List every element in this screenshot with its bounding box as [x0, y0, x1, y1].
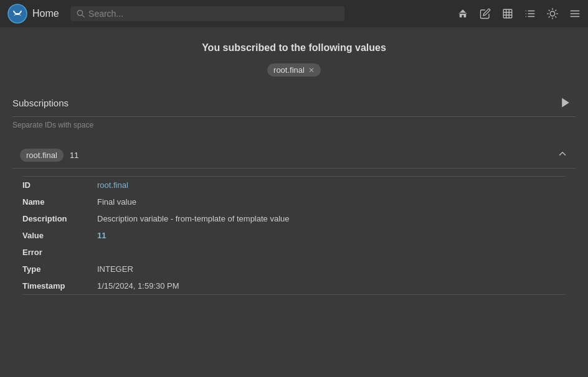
search-input[interactable]	[88, 9, 338, 19]
subscriptions-input-row: Subscriptions	[12, 94, 576, 117]
label-value: Value	[22, 231, 97, 240]
detail-row-value: Value 11	[22, 227, 566, 244]
value-value: 11	[97, 231, 106, 240]
svg-line-2	[82, 15, 83, 17]
value-description: Description variable - from-template of …	[97, 214, 290, 223]
value-timestamp: 1/15/2024, 1:59:30 PM	[97, 281, 179, 291]
remove-tag-button[interactable]: ✕	[308, 67, 315, 74]
send-button[interactable]	[556, 94, 576, 111]
svg-line-18	[556, 10, 556, 11]
detail-row-description: Description Description variable - from-…	[22, 210, 566, 227]
svg-line-14	[556, 17, 556, 17]
sub-tag-label: root.final	[26, 151, 57, 160]
sub-count: 11	[70, 151, 78, 160]
label-timestamp: Timestamp	[22, 281, 97, 291]
send-icon	[559, 96, 572, 109]
logo-container: Home	[7, 4, 59, 24]
label-error: Error	[22, 248, 97, 257]
collapse-icon[interactable]	[557, 148, 568, 162]
list-icon[interactable]	[524, 8, 536, 19]
svg-line-13	[549, 10, 549, 11]
search-container	[70, 6, 344, 21]
subscriptions-input[interactable]	[284, 98, 556, 108]
subscribed-tag-label: root.final	[273, 65, 305, 75]
subscription-item-header[interactable]: root.final 11	[12, 142, 576, 168]
svg-line-17	[549, 17, 549, 17]
main-content: You subscribed to the following values r…	[0, 27, 588, 320]
subscribed-tags-row: root.final ✕	[12, 63, 576, 77]
subscriptions-section-label: Subscriptions	[12, 98, 284, 108]
logo-icon	[7, 4, 27, 24]
value-name: Final value	[97, 197, 136, 207]
page-title: You subscribed to the following values	[12, 42, 576, 54]
navbar: Home	[0, 0, 588, 27]
label-description: Description	[22, 214, 97, 223]
label-id: ID	[22, 180, 97, 190]
subscribed-tag: root.final ✕	[267, 63, 321, 77]
sub-tag-badge: root.final	[20, 149, 64, 162]
menu-icon[interactable]	[569, 8, 581, 19]
app-title: Home	[32, 8, 59, 19]
home-icon[interactable]	[457, 8, 468, 19]
detail-row-error: Error	[22, 244, 566, 261]
value-type: INTEGER	[97, 264, 133, 274]
subscription-item: root.final 11 ID root.final Name Final v…	[12, 142, 576, 305]
detail-row-timestamp: Timestamp 1/15/2024, 1:59:30 PM	[22, 277, 566, 294]
edit-icon[interactable]	[480, 8, 491, 19]
detail-row-id: ID root.final	[22, 177, 566, 193]
search-icon	[77, 9, 85, 18]
svg-point-10	[550, 11, 555, 16]
nav-icons	[457, 8, 581, 19]
detail-row-name: Name Final value	[22, 193, 566, 210]
hint-text: Separate IDs with space	[12, 121, 576, 129]
value-id: root.final	[97, 180, 128, 190]
frame-icon[interactable]	[502, 8, 513, 19]
svg-rect-3	[503, 9, 512, 18]
label-type: Type	[22, 264, 97, 274]
sun-icon[interactable]	[547, 8, 558, 19]
detail-table: ID root.final Name Final value Descripti…	[12, 168, 576, 305]
svg-marker-22	[562, 98, 569, 108]
label-name: Name	[22, 197, 97, 207]
detail-row-type: Type INTEGER	[22, 261, 566, 277]
divider-bottom	[22, 294, 566, 295]
